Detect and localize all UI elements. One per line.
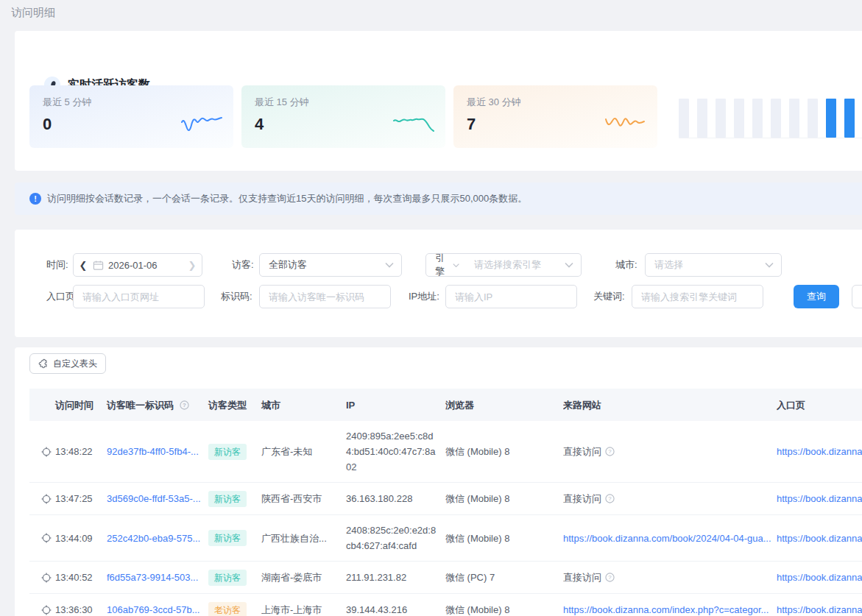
chevron-down-icon	[453, 263, 459, 268]
city-label: 城市:	[615, 253, 637, 277]
notice-banner: ! 访问明细按会话数记录，一个会话一条记录。仅支持查询近15天的访问明细，每次查…	[15, 183, 862, 215]
realtime-bar-chart	[679, 99, 862, 138]
visit-time: 13:44:09	[55, 531, 93, 546]
entry-page-cell: https://book.dizanna.c	[777, 436, 862, 467]
referrer-link[interactable]: https://book.dizanna.com/index.php?c=cat…	[563, 602, 769, 616]
visitor-uid-cell: 92de37fb-4ff0-5fb4-...	[107, 436, 208, 467]
visitor-uid-link[interactable]: 106ab769-3ccd-57b...	[107, 604, 199, 615]
stat-card-15min: 最近 15 分钟 4	[241, 85, 445, 148]
entry-page-link[interactable]: https://book.dizanna.c	[777, 446, 862, 457]
entry-page-cell: https://book.dizanna.c	[777, 595, 862, 616]
date-value[interactable]: 2026-01-06	[104, 260, 183, 271]
visitor-uid-cell: f6d55a73-9914-503...	[107, 562, 208, 592]
entry-page-link[interactable]: https://book.dizanna.c	[777, 572, 862, 583]
session-refresh-icon	[41, 533, 52, 543]
entry-page-input[interactable]	[74, 286, 204, 308]
keyword-field[interactable]	[632, 285, 763, 308]
realtime-bar	[734, 99, 744, 138]
realtime-bar	[826, 99, 836, 138]
session-refresh-icon	[41, 573, 52, 583]
svg-text:?: ?	[608, 495, 612, 502]
help-icon[interactable]: ?	[180, 400, 189, 410]
entry-page-link[interactable]: https://book.dizanna.c	[777, 533, 862, 544]
customize-headers-label: 自定义表头	[53, 358, 97, 370]
referrer-link[interactable]: https://book.dizanna.com/book/2024/04-04…	[563, 531, 771, 546]
stat-card-30min: 最近 30 分钟 7	[453, 85, 657, 148]
header-ip: IP	[346, 389, 445, 421]
visit-time-cell: 13:44:09	[29, 523, 107, 553]
uid-field[interactable]	[259, 285, 391, 308]
chevron-down-icon	[565, 262, 573, 268]
visitor-type-badge: 老访客	[208, 602, 247, 616]
referrer-text: 直接访问	[563, 491, 601, 506]
uid-label: 标识码:	[221, 285, 252, 308]
next-day-icon[interactable]: ❯	[183, 260, 202, 271]
visitor-uid-cell: 252c42b0-eba9-575...	[107, 523, 208, 553]
help-icon[interactable]: ?	[605, 570, 615, 585]
engine-select[interactable]: 请选择搜索引擎	[465, 253, 582, 277]
realtime-bar	[752, 99, 763, 138]
visitor-type-badge: 新访客	[208, 530, 247, 546]
keyword-label: 关键词:	[593, 285, 625, 308]
session-refresh-icon	[41, 494, 52, 504]
referrer-cell: 直接访问?	[563, 436, 777, 467]
query-button[interactable]: 查询	[794, 285, 839, 308]
table-row: 13:40:52f6d55a73-9914-503...新访客湖南省-娄底市21…	[29, 562, 862, 594]
visit-time-cell: 13:47:25	[29, 484, 107, 514]
session-refresh-icon	[41, 447, 52, 457]
ip-cell: 2409:895a:2ee5:c8d4:bd51:40c0:47c7:8a02	[346, 421, 445, 482]
city-cell: 陕西省-西安市	[261, 484, 346, 514]
header-visit-time: 访问时间	[29, 389, 107, 421]
visitor-type-badge: 新访客	[208, 570, 247, 586]
engine-type-select[interactable]: 引擎	[425, 253, 466, 277]
visitor-uid-link[interactable]: 3d569c0e-ffdf-53a5-...	[107, 493, 201, 504]
customize-headers-button[interactable]: 自定义表头	[29, 353, 106, 374]
entry-page-cell: https://book.dizanna.c	[777, 523, 862, 553]
visitor-label: 访客:	[232, 253, 254, 277]
browser-cell: 微信 (Mobile) 8	[445, 523, 563, 553]
visitor-type-cell: 新访客	[208, 523, 261, 553]
visit-time: 13:40:52	[55, 570, 93, 585]
prev-day-icon[interactable]: ❮	[74, 260, 93, 271]
browser-cell: 微信 (Mobile) 8	[445, 484, 563, 514]
header-city: 城市	[261, 389, 346, 421]
visitor-uid-cell: 3d569c0e-ffdf-53a5-...	[107, 484, 208, 514]
visitor-uid-link[interactable]: f6d55a73-9914-503...	[107, 572, 198, 583]
uid-input[interactable]	[260, 286, 390, 308]
header-visitor-type: 访客类型	[208, 389, 261, 421]
reset-button[interactable]	[852, 285, 862, 308]
visitor-uid-link[interactable]: 252c42b0-eba9-575...	[107, 533, 200, 544]
visit-time-cell: 13:40:52	[29, 562, 107, 592]
ip-cell: 211.91.231.82	[346, 562, 445, 592]
header-browser: 浏览器	[445, 389, 563, 421]
date-picker[interactable]: ❮ 2026-01-06 ❯	[73, 253, 202, 277]
visitor-uid-cell: 106ab769-3ccd-57b...	[107, 595, 208, 616]
ip-input[interactable]	[446, 286, 576, 308]
entry-page-cell: https://book.dizanna.c	[777, 562, 862, 592]
ip-cell: 2408:825c:2e0:e2d:8cb4:627:af4:cafd	[346, 515, 445, 561]
entry-page-field[interactable]	[73, 285, 205, 308]
city-select[interactable]: 请选择	[645, 253, 782, 277]
session-refresh-icon	[41, 605, 52, 615]
svg-text:?: ?	[183, 402, 186, 408]
realtime-bar	[771, 99, 781, 138]
city-cell: 湖南省-娄底市	[261, 562, 346, 592]
visitor-select[interactable]: 全部访客	[259, 253, 402, 277]
help-icon[interactable]: ?	[605, 444, 615, 459]
realtime-bar	[716, 99, 726, 138]
visit-time: 13:48:22	[55, 444, 93, 459]
realtime-bar	[808, 99, 818, 138]
help-icon[interactable]: ?	[605, 491, 615, 506]
sparkline-5min-icon	[180, 113, 223, 135]
visitor-type-cell: 新访客	[208, 562, 261, 593]
filter-panel: 时间: ❮ 2026-01-06 ❯ 访客: 全部访客 引擎 请选择搜索引擎 城…	[15, 230, 862, 337]
stat-card-5min: 最近 5 分钟 0	[29, 85, 233, 148]
entry-page-link[interactable]: https://book.dizanna.c	[777, 493, 862, 504]
keyword-input[interactable]	[632, 286, 763, 308]
entry-page-link[interactable]: https://book.dizanna.c	[777, 604, 862, 615]
svg-text:?: ?	[608, 448, 612, 455]
notice-text: 访问明细按会话数记录，一个会话一条记录。仅支持查询近15天的访问明细，每次查询最…	[47, 192, 527, 205]
ip-field[interactable]	[445, 285, 577, 308]
city-select-placeholder: 请选择	[654, 258, 683, 272]
visitor-uid-link[interactable]: 92de37fb-4ff0-5fb4-...	[107, 446, 199, 457]
